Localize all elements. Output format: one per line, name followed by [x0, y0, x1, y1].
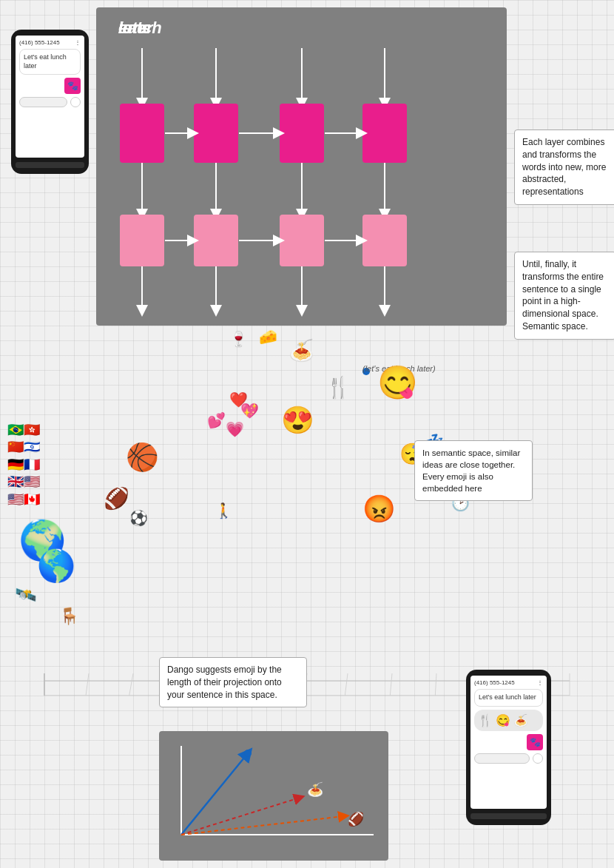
svg-text:🍝: 🍝 [307, 781, 324, 798]
phone-send-left[interactable] [70, 97, 81, 107]
emoji-football: 🏈 [104, 488, 129, 509]
svg-rect-15 [120, 215, 164, 266]
svg-line-58 [181, 816, 344, 835]
projection-svg: 🍝 🏈 [159, 731, 388, 861]
nn-diagram-svg [96, 7, 507, 326]
callout-layer-transforms: Each layer combines and transforms the w… [514, 129, 614, 205]
svg-text:🏈: 🏈 [348, 811, 365, 827]
phone-message-right: Let's eat lunch later [474, 689, 543, 707]
phone-home-bar-left [16, 162, 84, 168]
phone-screen-right: (416) 555-1245 ⋮ Let's eat lunch later 🍴… [470, 676, 547, 809]
svg-line-45 [362, 673, 392, 696]
svg-rect-7 [362, 104, 407, 163]
projection-diagram: 🍝 🏈 [159, 731, 388, 861]
globe-item2: 🌎 [37, 548, 75, 584]
phone-input-row-left [19, 97, 81, 107]
emoji-heart3: 💖 [240, 403, 259, 418]
emoji-wine: 🍷 [229, 332, 248, 346]
callout-projection: Dango suggests emoji by the length of th… [159, 657, 307, 707]
svg-rect-18 [362, 215, 407, 266]
emoji-soccer: ⚽ [129, 511, 148, 525]
svg-rect-4 [120, 104, 164, 163]
emoji-suggestions: 🍴 😋 🍝 [474, 710, 543, 731]
emoji-fork-knife: 🍴 [325, 377, 351, 398]
svg-rect-17 [280, 215, 324, 266]
phone-screen-left: (416) 555-1245 ⋮ Let's eat lunch later 🐾 [16, 36, 84, 158]
svg-line-38 [44, 673, 89, 696]
emoji-angry: 😡 [362, 496, 396, 522]
phone-message-left: Let's eat lunch later [19, 49, 81, 75]
emoji-heart-eyes: 😍 [281, 407, 314, 434]
emoji-basketball: 🏀 [126, 444, 159, 471]
phone-send-right[interactable] [533, 753, 543, 764]
svg-line-54 [181, 753, 248, 835]
emoji-small-person: 🚶 [215, 503, 233, 518]
flags-cluster: 🇧🇷🇭🇰🇨🇳🇮🇱🇩🇪🇫🇷🇬🇧🇺🇸🇺🇸🇨🇦 [7, 422, 81, 508]
chair-item: 🪑 [59, 607, 79, 626]
phone-left: (416) 555-1245 ⋮ Let's eat lunch later 🐾 [11, 30, 89, 174]
svg-rect-16 [194, 215, 238, 266]
dango-icon-right: 🐾 [527, 734, 543, 750]
phone-input-row-right [474, 753, 543, 764]
emoji-heart2: 💕 [207, 413, 226, 428]
svg-point-55 [244, 750, 252, 757]
phone-home-bar-right [470, 813, 547, 819]
phone-input-right[interactable] [474, 753, 530, 764]
neural-network-diagram: let's eat lunch later [96, 7, 507, 326]
emoji-cheese: 🧀 [259, 329, 277, 344]
svg-line-46 [418, 673, 436, 696]
svg-line-44 [307, 673, 348, 696]
emoji-smiley: 😋 [377, 366, 418, 399]
svg-rect-6 [280, 104, 324, 163]
svg-rect-5 [194, 104, 238, 163]
dango-icon-left: 🐾 [64, 78, 81, 94]
semantic-space-grid [0, 326, 614, 696]
emoji-heart4: 💗 [226, 422, 244, 437]
emoji-food-plate: 🍝 [289, 340, 314, 361]
phone-status-left: (416) 555-1245 ⋮ [19, 39, 81, 46]
callout-semantic-similar: In semantic space, similar ideas are clo… [414, 440, 533, 501]
svg-line-56 [181, 798, 300, 835]
phone-input-left[interactable] [19, 97, 67, 107]
satellite-item: 🛰️ [15, 585, 37, 605]
phone-status-right: (416) 555-1245 ⋮ [474, 679, 543, 686]
phone-right: (416) 555-1245 ⋮ Let's eat lunch later 🍴… [466, 670, 551, 825]
svg-line-39 [74, 673, 133, 696]
